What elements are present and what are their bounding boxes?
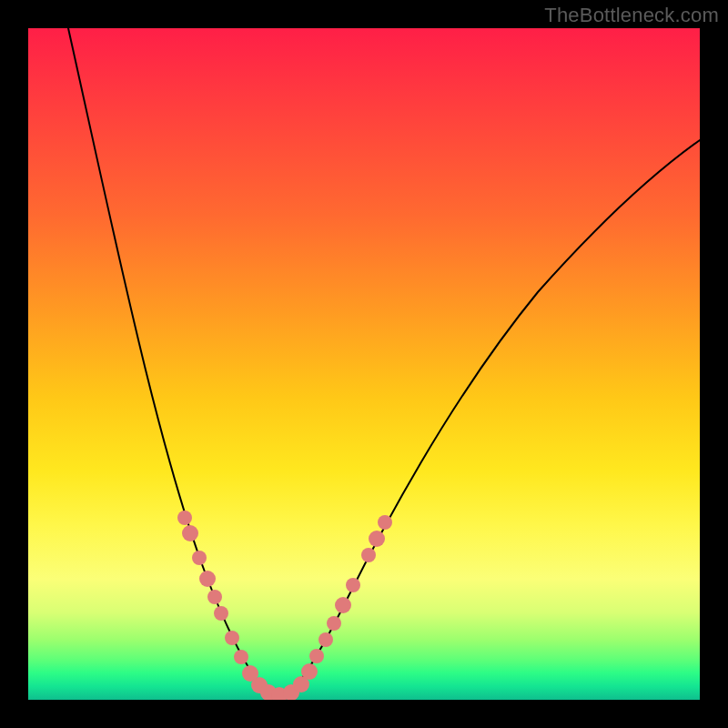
- data-dot: [182, 525, 198, 541]
- right-arm-curve: [288, 140, 700, 695]
- curve-svg: [28, 28, 700, 700]
- data-dot: [301, 663, 318, 680]
- data-dot: [378, 515, 392, 530]
- left-arm-curve: [68, 28, 268, 695]
- data-dot: [318, 632, 333, 647]
- data-dot: [214, 606, 228, 621]
- data-dot: [207, 590, 222, 604]
- dots-layer: [177, 511, 392, 700]
- data-dot: [309, 649, 324, 663]
- watermark-text: TheBottleneck.com: [544, 4, 719, 27]
- data-dot: [199, 571, 216, 587]
- data-dot: [234, 650, 248, 664]
- data-dot: [369, 531, 385, 547]
- data-dot: [225, 631, 239, 645]
- data-dot: [346, 578, 360, 592]
- data-dot: [361, 548, 376, 562]
- data-dot: [192, 551, 207, 565]
- data-dot: [177, 511, 192, 525]
- data-dot: [327, 616, 341, 631]
- chart-frame: TheBottleneck.com: [0, 0, 728, 728]
- data-dot: [335, 597, 351, 613]
- plot-area: [28, 28, 700, 700]
